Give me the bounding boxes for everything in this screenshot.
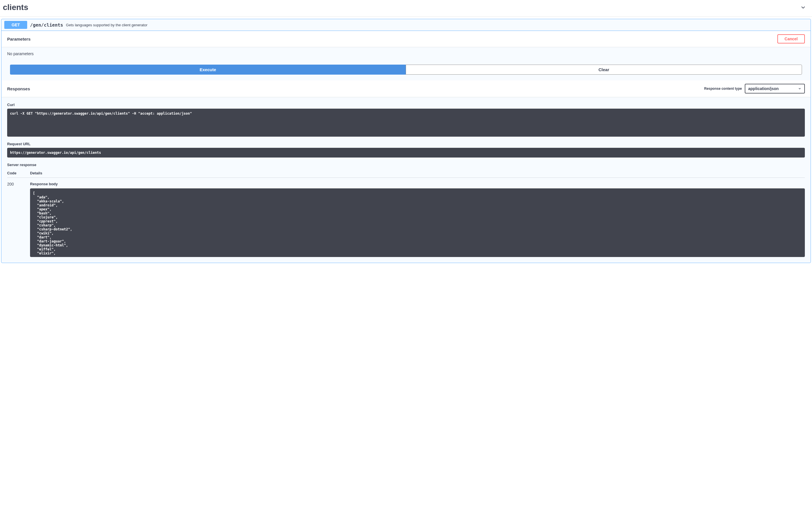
clear-button[interactable]: Clear	[406, 65, 802, 75]
no-parameters-text: No parameters	[7, 52, 34, 56]
content-type-label: Response content type	[704, 87, 742, 91]
chevron-down-icon	[800, 4, 806, 11]
server-response-label: Server response	[7, 163, 805, 167]
code-column-header: Code	[7, 171, 30, 175]
details-column-header: Details	[30, 171, 805, 175]
response-body[interactable]: [ "ada", "akka-scala", "android", "apex"…	[30, 188, 805, 257]
parameters-body: No parameters	[1, 47, 811, 65]
parameters-heading: Parameters	[7, 36, 30, 41]
response-table-header: Code Details	[7, 169, 805, 178]
responses-body: Curl curl -X GET "https://generator.swag…	[1, 97, 811, 263]
content-type-wrapper: Response content type application/json	[704, 84, 805, 93]
section-title: clients	[3, 3, 28, 12]
operation-path: /gen/clients	[30, 22, 63, 28]
operation-block: GET /gen/clients Gets languages supporte…	[1, 19, 811, 263]
parameters-header: Parameters Cancel	[1, 31, 811, 47]
operation-summary[interactable]: GET /gen/clients Gets languages supporte…	[1, 19, 811, 31]
execute-button[interactable]: Execute	[10, 65, 406, 75]
response-detail: Response body [ "ada", "akka-scala", "an…	[30, 182, 805, 257]
method-badge: GET	[4, 21, 27, 29]
cancel-button[interactable]: Cancel	[778, 34, 805, 44]
execute-wrapper: Execute Clear	[1, 65, 811, 80]
response-body-label: Response body	[30, 182, 805, 186]
curl-label: Curl	[7, 103, 805, 107]
responses-header: Responses Response content type applicat…	[1, 80, 811, 97]
request-url-label: Request URL	[7, 142, 805, 146]
status-code: 200	[7, 182, 30, 257]
response-row: 200 Response body [ "ada", "akka-scala",…	[7, 178, 805, 257]
responses-heading: Responses	[7, 86, 30, 91]
curl-command[interactable]: curl -X GET "https://generator.swagger.i…	[7, 109, 805, 137]
request-url[interactable]: https://generator.swagger.io/api/gen/cli…	[7, 148, 805, 158]
operation-description: Gets languages supported by the client g…	[66, 23, 148, 27]
section-header[interactable]: clients	[0, 0, 812, 17]
content-type-select[interactable]: application/json	[745, 84, 805, 93]
